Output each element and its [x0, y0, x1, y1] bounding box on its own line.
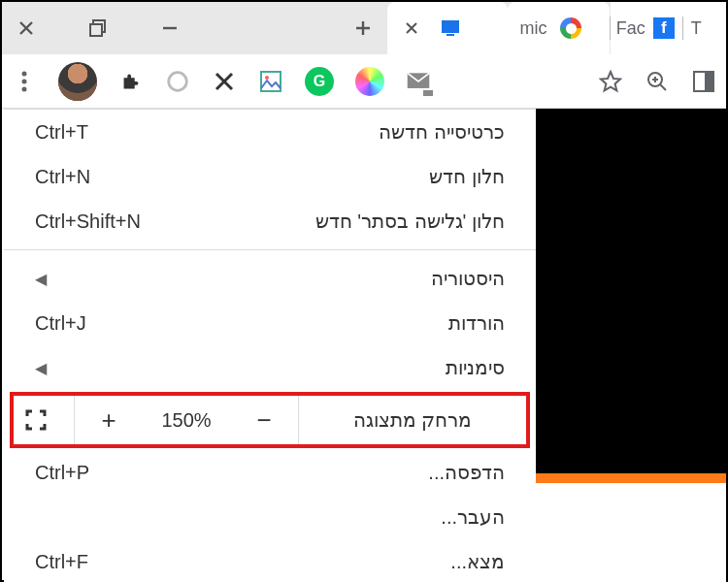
menu-shortcut: Ctrl+P [35, 462, 89, 484]
menu-label: חלון 'גלישה בסתר' חדש [315, 210, 505, 233]
google-icon [560, 17, 581, 39]
bookmark-star-icon[interactable] [598, 69, 623, 94]
page-content-area [536, 483, 726, 582]
kebab-menu-icon[interactable] [12, 69, 37, 94]
extension-image-icon[interactable] [258, 69, 283, 94]
menu-label: היסטוריה [431, 267, 505, 290]
tab-label: T [691, 18, 702, 39]
toolbar: G [2, 54, 726, 109]
extension-s-icon[interactable] [165, 69, 190, 94]
menu-label: הדפסה... [428, 461, 505, 484]
menu-label: הורדות [448, 311, 505, 335]
menu-cast[interactable]: העבר... [4, 495, 536, 539]
menu-new-window[interactable]: חלון חדש Ctrl+N [4, 154, 536, 199]
new-tab-button[interactable] [350, 16, 376, 41]
menu-separator [4, 249, 536, 250]
page-accent-bar [536, 473, 726, 483]
facebook-icon: f [653, 17, 675, 39]
mail-icon[interactable] [406, 69, 431, 94]
zoom-out-button[interactable]: − [230, 396, 298, 444]
menu-label: מצא... [450, 550, 505, 573]
menu-shortcut: Ctrl+T [35, 121, 88, 144]
menu-find[interactable]: מצא... Ctrl+F [4, 539, 536, 582]
chevron-left-icon: ◀ [35, 270, 47, 288]
zoom-row-highlight: מרחק מתצוגה − 150% + [10, 392, 530, 448]
menu-shortcut: Ctrl+J [35, 312, 86, 335]
menu-label: חלון חדש [429, 165, 505, 188]
extension-x-icon[interactable] [212, 69, 237, 94]
svg-point-6 [22, 79, 27, 83]
svg-rect-3 [442, 20, 459, 33]
menu-label: כרטיסייה חדשה [379, 120, 505, 144]
tab-close-icon[interactable] [399, 16, 424, 41]
tab-label: mic [519, 18, 546, 39]
grammarly-icon[interactable]: G [305, 67, 334, 96]
menu-incognito[interactable]: חלון 'גלישה בסתר' חדש Ctrl+Shift+N [4, 199, 536, 243]
menu-zoom: מרחק מתצוגה − 150% + [14, 396, 526, 444]
menu-label: סימניות [446, 356, 505, 379]
svg-line-12 [660, 84, 666, 90]
zoom-lens-icon[interactable] [645, 69, 670, 94]
minimize-icon[interactable] [157, 16, 182, 41]
menu-history[interactable]: היסטוריה ◀ [4, 256, 536, 301]
menu-label: העבר... [441, 505, 505, 529]
menu-shortcut: Ctrl+N [35, 166, 90, 188]
colorpicker-icon[interactable] [355, 67, 384, 96]
avatar[interactable] [58, 62, 97, 101]
chrome-menu: כרטיסייה חדשה Ctrl+T חלון חדש Ctrl+N חלו… [4, 109, 536, 582]
svg-rect-14 [705, 72, 713, 91]
close-icon[interactable] [14, 16, 39, 41]
zoom-level: 150% [143, 409, 230, 432]
svg-point-7 [22, 86, 27, 91]
tab-label: Fac [616, 18, 645, 39]
monitor-icon [438, 16, 463, 41]
menu-shortcut: Ctrl+Shift+N [35, 210, 141, 233]
tab-blue[interactable] [387, 2, 508, 54]
svg-point-5 [22, 71, 27, 76]
sidepanel-icon[interactable] [691, 69, 716, 94]
chevron-left-icon: ◀ [35, 359, 47, 377]
menu-shortcut: Ctrl+F [35, 551, 88, 573]
tab-divider [682, 16, 683, 40]
tabstrip: mic Fac f T [2, 2, 726, 54]
tab-google[interactable]: mic [508, 2, 609, 54]
zoom-label: מרחק מתצוגה [298, 396, 526, 444]
svg-point-9 [265, 76, 269, 80]
svg-rect-1 [90, 24, 102, 36]
menu-new-tab[interactable]: כרטיסייה חדשה Ctrl+T [4, 110, 536, 154]
svg-rect-8 [261, 72, 281, 91]
svg-rect-4 [447, 34, 454, 36]
menu-downloads[interactable]: הורדות Ctrl+J [4, 301, 536, 345]
fullscreen-button[interactable] [0, 396, 75, 444]
menu-print[interactable]: הדפסה... Ctrl+P [4, 450, 536, 495]
restore-window-icon[interactable] [85, 16, 111, 41]
zoom-in-button[interactable]: + [75, 396, 143, 444]
menu-bookmarks[interactable]: סימניות ◀ [4, 345, 536, 390]
extensions-icon[interactable] [118, 69, 144, 94]
page-content-area [536, 109, 726, 477]
active-tab[interactable] [2, 2, 387, 54]
tab-facebook[interactable]: Fac f T [611, 2, 726, 54]
